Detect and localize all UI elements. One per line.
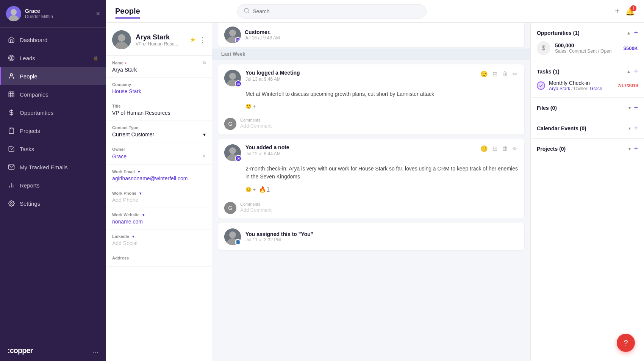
opportunity-name[interactable]: 500,000 (555, 42, 619, 48)
add-file-icon[interactable]: + (634, 104, 638, 112)
chevron-up-icon[interactable]: ▲ (627, 69, 631, 74)
svg-point-34 (229, 231, 236, 238)
email-dropdown-icon[interactable]: ▾ (138, 170, 140, 174)
sidebar-item-projects[interactable]: Projects (0, 122, 106, 140)
field-value-owner[interactable]: Grace (112, 153, 127, 159)
star-icon[interactable]: ★ (190, 36, 196, 44)
sidebar-item-label: Opportunities (20, 109, 98, 116)
more-options-icon[interactable]: ⋮ (199, 36, 206, 44)
field-value-company[interactable]: House Stark (112, 88, 206, 94)
search-bar[interactable] (237, 4, 427, 19)
search-input[interactable] (253, 8, 420, 14)
help-button[interactable]: ? (617, 334, 635, 352)
add-icon[interactable]: ⊞ (492, 70, 498, 78)
contact-company-field: Company House Stark (106, 78, 212, 99)
chevron-down-icon[interactable]: ▾ (628, 126, 631, 131)
projects-title: Projects (0) (537, 146, 566, 152)
add-reaction-btn[interactable]: 🙂 + (245, 187, 256, 192)
field-value-phone[interactable]: Add Phone (112, 197, 206, 203)
field-label-company: Company (112, 82, 206, 87)
simple-main: You assigned this to "You" Jul 11 at 2:3… (245, 231, 518, 242)
copy-icon[interactable]: ⧉ (203, 60, 206, 65)
linkedin-dropdown-icon[interactable]: ▾ (132, 234, 134, 239)
add-opportunity-icon[interactable]: + (634, 29, 638, 37)
activity-main: You added a note Jul 12 at 8:44 AM (245, 144, 475, 156)
activity-title: You added a note (245, 144, 475, 150)
field-value-linkedin[interactable]: Add Social (112, 240, 206, 246)
sidebar-item-dashboard[interactable]: Dashboard (0, 31, 106, 49)
task-info: Monthly Check-in Arya Stark / Owner: Gra… (549, 80, 614, 91)
sidebar-item-opportunities[interactable]: Opportunities (0, 103, 106, 122)
add-icon[interactable]: ⊞ (492, 144, 498, 153)
contact-header: Arya Stark VP of Human Reso... ★ ⋮ (106, 23, 212, 56)
task-card: Monthly Check-in Arya Stark / Owner: Gra… (537, 80, 638, 91)
sidebar-item-tasks[interactable]: Tasks (0, 140, 106, 158)
field-value-email[interactable]: agirlhasnoname@winterfell.com (112, 175, 206, 181)
field-value-website[interactable]: noname.com (112, 219, 206, 225)
delete-icon[interactable]: 🗑 (501, 144, 509, 153)
add-project-icon[interactable]: + (634, 145, 638, 153)
right-section-opportunities: Opportunities (1) ▲ + $ 500,000 Sales: C… (531, 23, 644, 61)
task-owner[interactable]: Grace (590, 86, 602, 91)
sidebar-item-reports[interactable]: Reports (0, 176, 106, 194)
page-title: People (115, 7, 140, 16)
field-label-email: Work Email ▾ (112, 169, 206, 174)
add-reaction-btn[interactable]: 🙂 + (245, 103, 256, 109)
simple-type-badge: 👤 (235, 239, 241, 245)
notifications-button[interactable]: 🔔 1 (625, 7, 635, 16)
svg-point-5 (11, 58, 12, 59)
files-header[interactable]: Files (0) ▾ + (537, 104, 638, 112)
sidebar-item-settings[interactable]: Settings (0, 194, 106, 213)
opportunity-amount: $500K (624, 45, 638, 51)
simple-title: You assigned this to "You" (245, 231, 518, 237)
remove-owner-icon[interactable]: × (202, 153, 206, 160)
field-label-phone: Work Phone ▾ (112, 191, 206, 195)
chevron-up-icon[interactable]: ▲ (627, 30, 631, 36)
emoji-icon[interactable]: 🙂 (480, 144, 489, 153)
svg-point-18 (118, 34, 125, 42)
sidebar-nav: Dashboard Leads 🔒 People Companies (0, 28, 106, 340)
more-icon[interactable]: ... (93, 347, 98, 355)
field-label-owner: Owner (112, 147, 206, 152)
right-section-tasks: Tasks (1) ▲ + Monthly Check-in Arya Star… (531, 61, 644, 98)
emoji-icon[interactable]: 🙂 (480, 70, 489, 78)
delete-icon[interactable]: 🗑 (501, 70, 509, 78)
projects-header[interactable]: Projects (0) ▾ + (537, 145, 638, 153)
sidebar-item-label: Companies (20, 91, 98, 98)
svg-line-16 (248, 12, 249, 13)
svg-text:G: G (228, 121, 233, 127)
activity-comment: G Comments Add Comment (218, 113, 524, 134)
calendar-header[interactable]: Calendar Events (0) ▾ + (537, 124, 638, 132)
comment-placeholder[interactable]: Add Comment (240, 123, 518, 129)
date-section-last-week: Last Week (212, 48, 530, 60)
tasks-header[interactable]: Tasks (1) ▲ + (537, 67, 638, 75)
task-checkbox[interactable] (537, 81, 545, 90)
chevron-down-icon[interactable]: ▾ (628, 146, 631, 152)
comment-placeholder[interactable]: Add Comment (240, 207, 518, 213)
field-value-contact-type[interactable]: Current Customer ▾ (112, 131, 206, 138)
add-calendar-icon[interactable]: + (634, 124, 638, 132)
add-task-icon[interactable]: + (634, 67, 638, 75)
sidebar-item-people[interactable]: People (0, 67, 106, 85)
fire-reaction[interactable]: 🔥1 (259, 186, 270, 193)
add-button[interactable]: + (615, 7, 619, 16)
contact-info: Arya Stark VP of Human Reso... (136, 33, 185, 47)
opportunities-header[interactable]: Opportunities (1) ▲ + (537, 29, 638, 37)
sidebar-item-tracked-emails[interactable]: My Tracked Emails (0, 158, 106, 176)
sidebar-footer: :copper ... (0, 340, 106, 361)
chevron-down-icon[interactable]: ▾ (628, 105, 631, 111)
task-assignee[interactable]: Arya Stark (549, 86, 570, 91)
website-dropdown-icon[interactable]: ▾ (142, 213, 144, 217)
field-label-title: Title (112, 104, 206, 108)
app-logo: :copper (8, 346, 33, 355)
edit-icon[interactable]: ✏ (512, 144, 518, 153)
contact-name-field: Name • ⧉ Arya Stark (106, 56, 212, 78)
phone-dropdown-icon[interactable]: ▾ (139, 191, 141, 195)
activity-partial-card: ✉ Customer. Jul 16 at 9:48 AM (218, 23, 524, 47)
svg-point-6 (10, 73, 13, 76)
sidebar-item-companies[interactable]: Companies (0, 85, 106, 103)
edit-icon[interactable]: ✏ (512, 70, 518, 78)
close-icon[interactable]: × (96, 10, 100, 18)
svg-point-24 (229, 73, 236, 80)
sidebar-item-leads[interactable]: Leads 🔒 (0, 49, 106, 67)
